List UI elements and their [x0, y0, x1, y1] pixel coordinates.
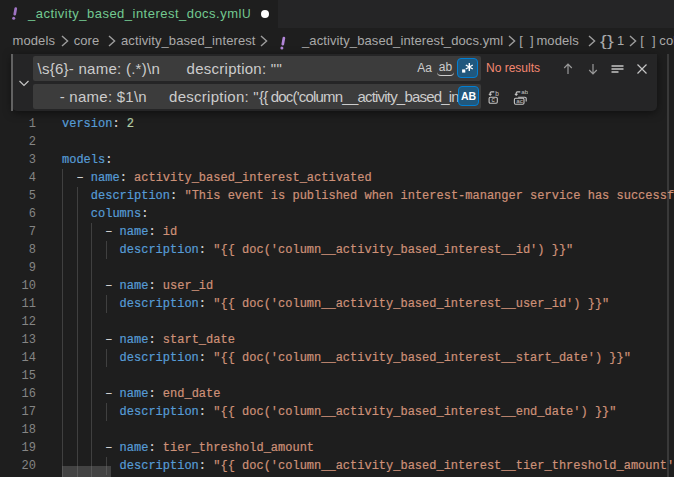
svg-text:ac: ac	[516, 97, 523, 104]
svg-text:ab: ab	[521, 89, 528, 95]
svg-text:b: b	[495, 90, 499, 97]
